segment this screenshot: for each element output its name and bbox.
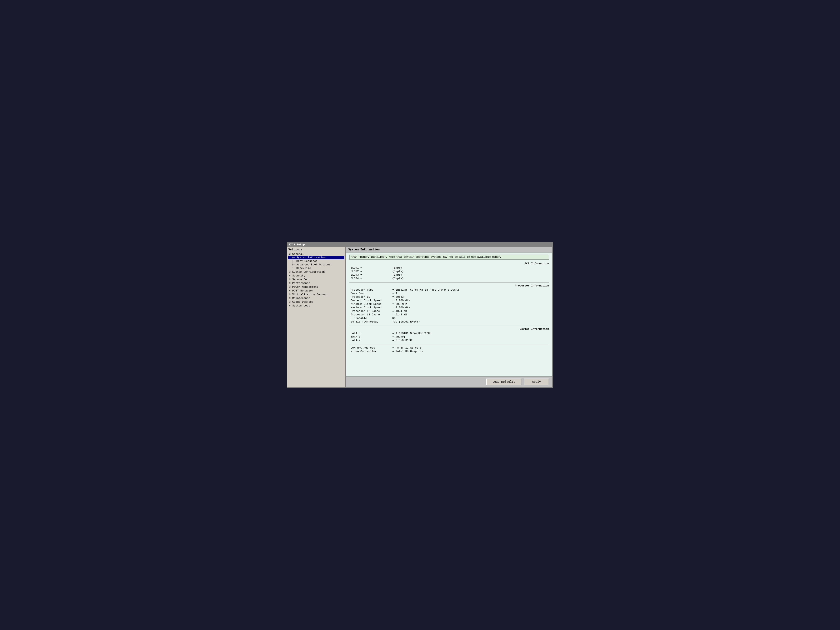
table-row: Processor Type = Intel(R) Core(TM) i5-44…	[349, 288, 549, 292]
sidebar-item-general[interactable]: ⊞ General	[288, 252, 344, 256]
sata0-label: SATA-0	[349, 332, 391, 335]
section-divider-2	[349, 325, 549, 326]
device-table: SATA-0 = KINGSTON SUV400S37120G SATA-1 =…	[349, 332, 549, 342]
table-row: SLOT1 = {Empty}	[349, 266, 549, 270]
table-row: Processor L2 Cache = 1024 KB	[349, 309, 549, 313]
slot2-value: {Empty}	[391, 270, 549, 273]
slot4-label: SLOT4 =	[349, 277, 391, 280]
table-row: Minimum Clock Speed = 800 MHz	[349, 302, 549, 306]
slot1-value: {Empty}	[391, 266, 549, 270]
max-clock-label: Maximum Clock Speed	[349, 306, 391, 309]
bios-main: Settings ⊞ General ├— System Information…	[287, 247, 553, 387]
window-title: BIOS Setup	[289, 243, 305, 246]
lom-mac-value: = F8-BC-12-A3-62-5F	[391, 346, 549, 350]
table-row: Processor ID = 306c3	[349, 295, 549, 299]
video-controller-value: = Intel HD Graphics	[391, 350, 549, 353]
sidebar-item-date-time[interactable]: └— Date/Time	[288, 267, 344, 270]
current-clock-label: Current Clock Speed	[349, 299, 391, 302]
bios-window: BIOS Setup Settings ⊞ General ├— System …	[287, 242, 553, 388]
table-row: Core Count = 4	[349, 292, 549, 295]
table-row: SATA-2 = ST3500312CS	[349, 338, 549, 342]
min-clock-value: = 800 MHz	[391, 302, 549, 306]
slot3-label: SLOT3 =	[349, 273, 391, 277]
content-title: System Information	[348, 248, 380, 251]
pci-section-title: PCI Information	[349, 262, 549, 265]
title-bar: BIOS Setup	[287, 243, 553, 247]
64bit-value: Yes (Intel EM64T)	[391, 320, 549, 324]
sidebar-item-virtualization-support[interactable]: ⊞ Virtualization Support	[288, 292, 344, 296]
slot2-label: SLOT2 =	[349, 270, 391, 273]
table-row: SLOT3 = {Empty}	[349, 273, 549, 277]
current-clock-value: = 3.200 GHz	[391, 299, 549, 302]
lom-table: LOM MAC Address = F8-BC-12-A3-62-5F Vide…	[349, 346, 549, 353]
sata2-value: = ST3500312CS	[391, 338, 549, 342]
sidebar-item-post-behavior[interactable]: ⊞ POST Behavior	[288, 289, 344, 292]
sidebar: Settings ⊞ General ├— System Information…	[287, 247, 346, 387]
table-row: Video Controller = Intel HD Graphics	[349, 350, 549, 353]
ht-capable-label: HT Capable	[349, 316, 391, 320]
sidebar-item-power-management[interactable]: ⊞ Power Management	[288, 285, 344, 289]
slot3-value: {Empty}	[391, 273, 549, 277]
sata1-label: SATA-1	[349, 335, 391, 338]
table-row: SATA-0 = KINGSTON SUV400S37120G	[349, 332, 549, 335]
min-clock-label: Minimum Clock Speed	[349, 302, 391, 306]
section-divider	[349, 282, 549, 283]
table-row: SATA-1 = {none}	[349, 335, 549, 338]
sidebar-item-secure-boot[interactable]: ⊞ Secure Boot	[288, 278, 344, 281]
pci-table: SLOT1 = {Empty} SLOT2 = {Empty} SLOT3 = …	[349, 266, 549, 280]
processor-table: Processor Type = Intel(R) Core(TM) i5-44…	[349, 288, 549, 324]
processor-id-label: Processor ID	[349, 295, 391, 299]
processor-section-title: Processor Information	[349, 284, 549, 287]
l2-cache-value: = 1024 KB	[391, 309, 549, 313]
device-section-title: Device Information	[349, 327, 549, 331]
section-divider-3	[349, 344, 549, 344]
processor-type-value: = Intel(R) Core(TM) i5-4460 CPU @ 3.20GH…	[391, 288, 549, 292]
lom-mac-label: LOM MAC Address	[349, 346, 391, 350]
table-row: SLOT2 = {Empty}	[349, 270, 549, 273]
content-header: System Information	[346, 247, 552, 253]
sata2-label: SATA-2	[349, 338, 391, 342]
table-row: LOM MAC Address = F8-BC-12-A3-62-5F	[349, 346, 549, 350]
sidebar-item-advanced-boot-options[interactable]: ├— Advanced Boot Options	[288, 263, 344, 267]
core-count-label: Core Count	[349, 292, 391, 295]
sidebar-item-boot-sequence[interactable]: ├— Boot Sequence	[288, 259, 344, 263]
sidebar-item-maintenance[interactable]: ⊞ Maintenance	[288, 296, 344, 300]
processor-id-value: = 306c3	[391, 295, 549, 299]
processor-type-label: Processor Type	[349, 288, 391, 292]
slot4-value: {Empty}	[391, 277, 549, 280]
sidebar-item-system-information[interactable]: ├— System Information	[288, 256, 344, 259]
l2-cache-label: Processor L2 Cache	[349, 309, 391, 313]
table-row: Current Clock Speed = 3.200 GHz	[349, 299, 549, 302]
sidebar-item-performance[interactable]: ⊞ Performance	[288, 281, 344, 285]
load-defaults-button[interactable]: Load Defaults	[486, 379, 521, 385]
apply-button[interactable]: Apply	[524, 379, 549, 385]
video-controller-label: Video Controller	[349, 350, 391, 353]
table-row: Maximum Clock Speed = 3.200 GHz	[349, 306, 549, 309]
table-row: HT Capable No	[349, 316, 549, 320]
l3-cache-value: = 6144 KB	[391, 313, 549, 316]
sidebar-item-security[interactable]: ⊞ Security	[288, 274, 344, 278]
slot1-label: SLOT1 =	[349, 266, 391, 270]
sidebar-title: Settings	[288, 248, 344, 251]
table-row: SLOT4 = {Empty}	[349, 277, 549, 280]
ht-capable-value: No	[391, 316, 549, 320]
sata0-value: = KINGSTON SUV400S37120G	[391, 332, 549, 335]
core-count-value: = 4	[391, 292, 549, 295]
max-clock-value: = 3.200 GHz	[391, 306, 549, 309]
table-row: Processor L3 Cache = 6144 KB	[349, 313, 549, 316]
sidebar-item-cloud-desktop[interactable]: ⊞ Cloud Desktop	[288, 300, 344, 304]
sidebar-item-system-logs[interactable]: ⊞ System Logs	[288, 304, 344, 308]
button-bar: Load Defaults Apply	[346, 376, 552, 387]
sata1-value: = {none}	[391, 335, 549, 338]
64bit-label: 64-Bit Technology	[349, 320, 391, 324]
content-panel: System Information than "Memory Installe…	[346, 247, 553, 387]
notice-text: than "Memory Installed". Note that certa…	[349, 254, 549, 260]
l3-cache-label: Processor L3 Cache	[349, 313, 391, 316]
sidebar-item-system-configuration[interactable]: ⊞ System Configuration	[288, 270, 344, 274]
table-row: 64-Bit Technology Yes (Intel EM64T)	[349, 320, 549, 324]
content-body: than "Memory Installed". Note that certa…	[346, 253, 552, 376]
